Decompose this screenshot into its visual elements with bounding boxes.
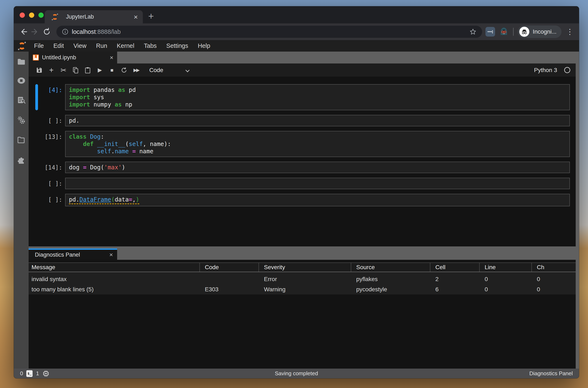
diagnostic-row[interactable]: too many blank lines (5)E303Warningpycod… [29,284,576,294]
run-cell-icon[interactable]: ▶ [94,67,106,73]
code-cell[interactable]: pd. [65,115,570,126]
notebook-tab-close-icon[interactable]: × [110,54,113,61]
stop-kernel-icon[interactable]: ■ [106,67,118,73]
code-cell[interactable]: import pandas as pdimport sysimport nump… [65,84,570,110]
incognito-label: Incogni... [533,28,557,35]
dock-splitter[interactable] [29,246,576,248]
diagnostic-cell-source: pyflakes [351,276,430,283]
cell-prompt: [4]: [29,84,65,110]
diagnostic-row[interactable]: invalid syntaxErrorpyflakes200 [29,274,576,284]
diagnostics-column-header[interactable]: Line [480,263,532,272]
cell-prompt: [ ]: [29,115,65,126]
diagnostics-column-header[interactable]: Message [29,263,200,272]
browser-tab-title: JupyterLab [66,14,130,20]
paste-cells-icon[interactable] [82,67,94,73]
tab-close-icon[interactable]: × [134,13,138,21]
browser-tab-jupyterlab[interactable]: JupyterLab × [45,10,143,24]
code-cell[interactable]: class Dog: def __init__(self, name): sel… [65,131,570,157]
notebook-file-icon [33,54,39,61]
file-browser-icon[interactable] [17,58,25,65]
close-window-button[interactable] [20,13,25,18]
command-palette-icon[interactable] [17,96,26,104]
diagnostics-rows: invalid syntaxErrorpyflakes200too many b… [29,272,576,294]
diagnostics-column-header[interactable]: Cell [430,263,480,272]
url-text: localhost:8888/lab [72,28,121,35]
cut-cells-icon[interactable]: ✂ [57,66,70,74]
code-line: class Dog: [69,133,566,140]
active-cell-indicator [35,84,38,110]
diagnostics-panel: MessageCodeSeveritySourceCellLineCh inva… [29,260,576,369]
cell-row: [ ]:pd. [29,115,576,126]
zoom-window-button[interactable] [38,13,44,18]
minimize-window-button[interactable] [29,13,34,18]
open-tabs-icon[interactable] [17,136,26,144]
address-bar[interactable]: localhost:8888/lab [56,26,482,38]
diagnostics-column-header[interactable]: Source [351,263,430,272]
menu-item-kernel[interactable]: Kernel [112,42,139,49]
code-line: def __init__(self, name): [69,140,566,148]
forward-icon[interactable] [31,27,43,36]
restart-run-all-icon[interactable]: ▶▶ [130,68,142,73]
menu-item-file[interactable]: File [29,42,49,49]
diagnostic-cell-message: invalid syntax [29,276,200,283]
code-line: import pandas as pd [69,86,566,94]
diagnostic-cell-message: too many blank lines (5) [29,286,200,293]
status-right-label[interactable]: Diagnostics Panel [529,370,573,377]
diagnostic-cell-line: 0 [480,286,532,293]
diagnostics-column-header[interactable]: Code [200,263,259,272]
diagnostics-column-header[interactable]: Ch [532,263,576,272]
code-line: self.name = name [69,148,566,155]
bookmark-star-icon[interactable] [469,28,477,35]
menu-item-help[interactable]: Help [193,42,215,49]
browser-tabstrip: JupyterLab × + [14,6,579,24]
cell-type-dropdown[interactable]: Code [149,67,191,73]
menu-items: FileEditViewRunKernelTabsSettingsHelp [29,42,215,49]
add-cell-icon[interactable]: + [45,66,57,74]
diagnostic-cell-line: 0 [480,276,532,283]
property-inspector-icon[interactable] [17,116,26,124]
notebook-tab-title: Untitled.ipynb [42,54,106,61]
menu-item-edit[interactable]: Edit [49,42,69,49]
copy-cells-icon[interactable] [70,67,82,73]
browser-toolbar: localhost:8888/lab •••| [14,24,579,40]
code-line: dog = Dog('max') [69,164,566,171]
running-kernels-icon[interactable] [17,77,26,84]
jupyter-menubar: FileEditViewRunKernelTabsSettingsHelp [14,40,579,51]
diagnostics-tab[interactable]: Diagnostics Panel × [29,248,117,260]
diagnostics-header-row: MessageCodeSeveritySourceCellLineCh [29,263,576,272]
code-cell[interactable] [65,178,570,189]
diagnostics-column-header[interactable]: Severity [259,263,351,272]
extension-manager-icon[interactable] [17,155,26,164]
diagnostic-cell-ch: 0 [532,276,576,283]
browser-menu-icon[interactable]: ⋮ [566,27,574,36]
diagnostic-cell-ch: 0 [532,286,576,293]
site-info-icon[interactable] [62,28,69,35]
back-icon[interactable] [19,27,31,36]
kernel-name[interactable]: Python 3 [534,67,557,73]
diagnostic-cell-source: pycodestyle [351,286,430,293]
main-dock-panel: Untitled.ipynb × + ✂ ▶ ■ [29,51,579,369]
status-bar: Saving completed 0 $_ 1 Diagnostics Pane… [14,369,579,378]
incognito-badge[interactable]: Incogni... [518,25,562,38]
notebook-tab[interactable]: Untitled.ipynb × [29,51,117,64]
restart-kernel-icon[interactable] [118,67,130,73]
diagnostics-tabbar: Diagnostics Panel × [29,248,576,260]
menu-item-settings[interactable]: Settings [161,42,193,49]
window-controls [20,13,44,18]
diagnostics-tab-close-icon[interactable]: × [109,252,113,258]
menu-item-view[interactable]: View [69,42,91,49]
save-icon[interactable] [33,67,45,73]
code-line: import sys [69,94,566,101]
code-cell[interactable]: pd.DataFrame(data=,) [65,194,570,206]
code-cell[interactable]: dog = Dog('max') [65,162,570,173]
menu-item-tabs[interactable]: Tabs [139,42,161,49]
lint-warning-underline: pd.DataFrame(data=,) [69,196,139,204]
jupyter-sidebar [14,51,29,369]
vader-extension-icon[interactable] [499,27,509,37]
kernel-status-icon[interactable] [564,67,570,73]
password-extension-icon[interactable]: •••| [486,27,495,37]
diagnostic-cell-severity: Warning [259,286,351,293]
new-tab-button[interactable]: + [148,11,154,21]
reload-icon[interactable] [43,27,54,36]
menu-item-run[interactable]: Run [91,42,112,49]
